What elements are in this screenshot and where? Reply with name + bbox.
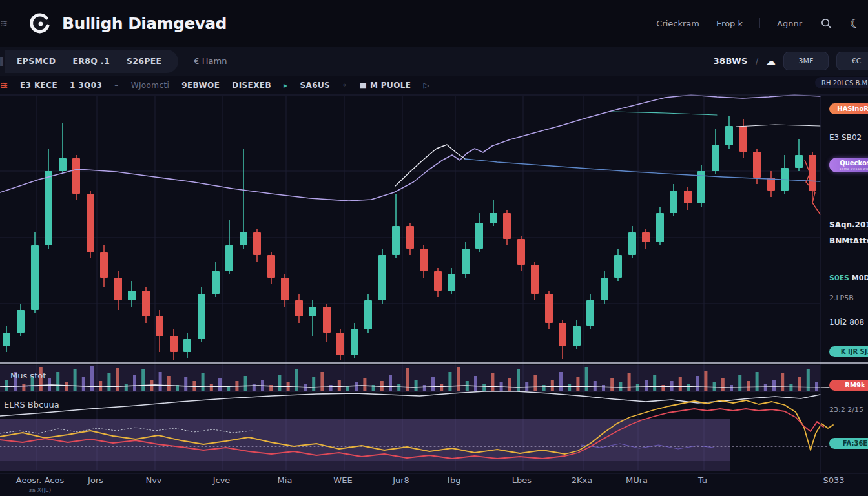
legend-item-1[interactable]: E3 KECE: [20, 81, 57, 90]
toolbar-right: 38BWS / ☁ 3MF €C: [713, 52, 868, 70]
legend-item-2[interactable]: 1 3Q03: [70, 81, 102, 90]
nav-item-2[interactable]: Erop k: [716, 19, 743, 28]
symbol-name: 38BWS: [713, 56, 748, 66]
timeframe-item-3[interactable]: S26PEE: [127, 56, 161, 66]
indicator-icon: ≋: [0, 79, 8, 91]
legend-item-7[interactable]: ▸: [284, 81, 287, 90]
toolbar-link[interactable]: € Hamn: [194, 56, 227, 66]
legend-item-11[interactable]: ▷: [423, 81, 429, 90]
app-logo-icon: [27, 10, 53, 36]
nav-menu: Crieckram Erop k Agnnr ☾: [656, 16, 868, 30]
osc-silver: [0, 391, 820, 416]
nav-divider: [760, 18, 760, 28]
edge-cut-icon-2: ▌: [0, 57, 5, 66]
legend-item-5[interactable]: 9EBWOE: [181, 81, 220, 90]
timeframe-item-1[interactable]: EPSMCD: [17, 56, 56, 66]
seg-teal: [612, 112, 717, 115]
chart-toolbar: ▌ EPSMCD ER8Q .1 S26PEE € Hamn 38BWS / ☁…: [0, 46, 868, 76]
legend-item-9[interactable]: ◦: [342, 81, 347, 90]
seg-white: [736, 125, 820, 127]
ma-lavender: [0, 95, 820, 201]
toolbar-button-2[interactable]: €C: [836, 52, 868, 70]
search-icon[interactable]: [819, 16, 833, 30]
legend-item-3[interactable]: –: [114, 81, 118, 90]
volume-pane-sublabel: ≈≈≈≈≈≈: [9, 384, 39, 389]
legend-item-10[interactable]: ■ M PUOLE: [360, 81, 411, 90]
nav-item-3[interactable]: Agnnr: [777, 19, 802, 28]
volume-pane-label: Mus stot: [10, 371, 46, 380]
top-navbar: ≋ Bulligh Diamgevad Crieckram Erop k Agn…: [0, 0, 868, 46]
timeframe-group: EPSMCD ER8Q .1 S26PEE: [5, 50, 178, 73]
oscillator-pane-label: ELRS Bbcuua: [4, 400, 59, 409]
cloud-icon: ☁: [766, 56, 776, 67]
theme-moon-icon[interactable]: ☾: [850, 16, 862, 30]
slash-separator: /: [756, 57, 758, 66]
legend-item-4[interactable]: WJoomcti: [131, 81, 170, 90]
edge-cut-icon: ≋: [0, 17, 9, 29]
legend-item-8[interactable]: SA6US: [300, 81, 330, 90]
app-title: Bulligh Diamgevad: [62, 14, 227, 33]
symbol-badge[interactable]: RH 20LCS B.M: [815, 77, 868, 88]
nav-item-1[interactable]: Crieckram: [656, 19, 699, 28]
legend-bar: ≋E3 KECE1 3Q03–WJoomcti9EBWOEDISEXEB▸SA6…: [0, 76, 820, 95]
ma-white-peak: [395, 145, 465, 186]
legend-item-6[interactable]: DISEXEB: [232, 81, 271, 90]
trading-app: { "nav": { "title": "Bulligh Diamgevad",…: [0, 0, 868, 496]
ma-steel: [465, 159, 820, 181]
timeframe-item-2[interactable]: ER8Q .1: [73, 56, 110, 66]
toolbar-button-1[interactable]: 3MF: [783, 52, 829, 70]
